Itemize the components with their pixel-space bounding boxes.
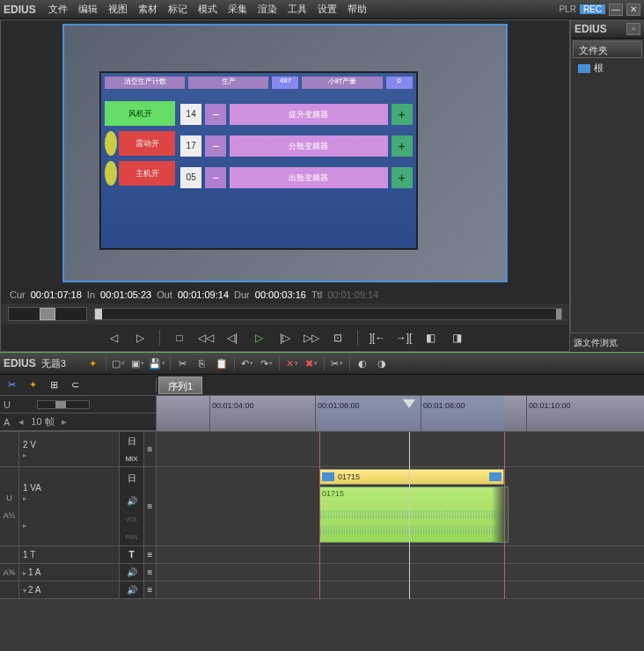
preview-panel: 清空生产计数 生产 487 小时产量 0 风机开 震动开 主机开 14−提升变频… xyxy=(0,19,570,352)
track-lane-va1[interactable]: 01715 01715 xyxy=(157,467,644,546)
track-head-a2[interactable]: ▾2 A 🔊 ≡ xyxy=(0,582,156,599)
menu-render[interactable]: 渲染 xyxy=(252,3,282,16)
overwrite-button[interactable]: ◨ xyxy=(446,329,467,347)
new-button[interactable]: ▢▾ xyxy=(109,355,128,371)
play-button[interactable]: ▷ xyxy=(248,329,269,347)
menu-mode[interactable]: 模式 xyxy=(193,3,223,16)
timeline-ruler[interactable]: 00:01:04:00 00:01:06:00 00:01:08:00 00:0… xyxy=(157,396,644,431)
track-lane-a2[interactable] xyxy=(157,582,644,599)
rewind-button[interactable]: ◁◁ xyxy=(195,329,216,347)
mark-out-button[interactable]: ▷ xyxy=(129,329,150,347)
position-slider[interactable] xyxy=(94,308,562,320)
shuttle-control[interactable] xyxy=(8,307,87,321)
menu-clip[interactable]: 素材 xyxy=(133,3,163,16)
tc-ttl[interactable]: 00:01:09:14 xyxy=(327,289,378,300)
tc-dur[interactable]: 00:00:03:16 xyxy=(255,289,306,300)
menu-view[interactable]: 视图 xyxy=(103,3,133,16)
mix-icon[interactable]: MIX xyxy=(125,455,137,463)
track-lane-t1[interactable] xyxy=(157,546,644,564)
preview-viewport[interactable]: 清空生产计数 生产 487 小时产量 0 风机开 震动开 主机开 14−提升变频… xyxy=(62,24,508,282)
tc-in[interactable]: 00:01:05:23 xyxy=(100,289,151,300)
hmi-button: 风机开 xyxy=(105,101,175,126)
zoom-slider[interactable] xyxy=(37,400,90,409)
lock-icon[interactable]: ≡ xyxy=(143,564,156,581)
tracks-area: 2 V▸ 日MIX ≡ UA½ 1 VA▸▸ 日🔊VOLPAN ≡ 1 T T … xyxy=(0,432,644,599)
menu-file[interactable]: 文件 xyxy=(43,3,73,16)
day-icon[interactable]: 日 xyxy=(128,435,136,448)
playhead-icon[interactable] xyxy=(403,396,415,417)
close-button[interactable]: ✕ xyxy=(626,4,640,16)
lock-icon[interactable]: ≡ xyxy=(143,467,156,545)
delete-button[interactable]: ✕▾ xyxy=(282,355,302,371)
track-lane-a1[interactable] xyxy=(157,564,644,582)
speaker-icon[interactable]: 🔊 xyxy=(127,567,137,577)
insert-button[interactable]: ◧ xyxy=(420,329,441,347)
tc-out[interactable]: 00:01:09:14 xyxy=(178,289,229,300)
side-panel-button[interactable]: ▫ xyxy=(626,23,640,35)
tool-cursor[interactable]: ✦ xyxy=(84,355,103,371)
day-icon[interactable]: 日 xyxy=(128,472,136,485)
toggle2-button[interactable]: ◑ xyxy=(372,355,392,371)
a12-label: A½ xyxy=(4,511,16,520)
rec-label[interactable]: REC xyxy=(580,4,605,14)
track-head-t1[interactable]: 1 T T ≡ xyxy=(0,546,156,564)
project-title: 无题3 xyxy=(41,357,66,370)
speaker-icon[interactable]: 🔊 xyxy=(127,585,137,595)
redo-button[interactable]: ↷▾ xyxy=(257,355,276,371)
next-frame-button[interactable]: |▷ xyxy=(274,329,296,347)
menu-tools[interactable]: 工具 xyxy=(282,3,312,16)
track-head-a1[interactable]: A¾ ▸1 A 🔊 ≡ xyxy=(0,564,156,582)
menu-marker[interactable]: 标记 xyxy=(163,3,193,16)
undo-button[interactable]: ↶▾ xyxy=(238,355,257,371)
root-folder[interactable]: 根 xyxy=(573,60,642,77)
tc-cur[interactable]: 00:01:07:18 xyxy=(31,289,82,300)
menu-edit[interactable]: 编辑 xyxy=(73,3,103,16)
cut-button[interactable]: ✂ xyxy=(173,355,193,371)
loop-button[interactable]: ⊡ xyxy=(327,329,348,347)
side-logo: EDIUS xyxy=(574,23,607,35)
video-clip[interactable]: 01715 xyxy=(319,469,504,485)
lock-icon[interactable]: ≡ xyxy=(143,546,156,563)
folder-tab[interactable]: 文件夹 xyxy=(573,40,642,58)
menu-help[interactable]: 帮助 xyxy=(342,3,372,16)
minimize-button[interactable]: — xyxy=(609,4,623,16)
save-button[interactable]: 💾▾ xyxy=(148,355,167,371)
pan-label[interactable]: PAN xyxy=(126,534,138,540)
hmi-box: 生产 xyxy=(188,77,268,89)
track-lane-v2[interactable] xyxy=(157,432,644,467)
toggle-button[interactable]: ◐ xyxy=(353,355,372,371)
speaker-icon[interactable]: 🔊 xyxy=(127,496,137,506)
app-logo: EDIUS xyxy=(4,4,36,16)
track-head-va1[interactable]: UA½ 1 VA▸▸ 日🔊VOLPAN ≡ xyxy=(0,467,156,546)
menu-capture[interactable]: 采集 xyxy=(223,3,252,16)
lock-icon[interactable]: ≡ xyxy=(143,582,156,598)
copy-button[interactable]: ⎘ xyxy=(193,355,212,371)
plr-label[interactable]: PLR xyxy=(559,4,575,14)
audio-clip[interactable]: 01715 xyxy=(319,486,509,543)
open-button[interactable]: ▣▾ xyxy=(128,355,148,371)
tool-icon-1[interactable]: ✂ xyxy=(4,378,19,392)
tool-icon-4[interactable]: ⊂ xyxy=(67,378,83,392)
paste-button[interactable]: 📋 xyxy=(212,355,231,371)
next-edit-button[interactable]: →][ xyxy=(393,329,414,347)
add-cut-button[interactable]: ✂▾ xyxy=(327,355,347,371)
tool-icon-2[interactable]: ✦ xyxy=(25,378,40,392)
frame-unit[interactable]: 10 帧 xyxy=(31,415,54,428)
hmi-box: 小时产量 xyxy=(302,77,382,89)
ripple-delete-button[interactable]: ✖▾ xyxy=(302,355,321,371)
prev-frame-button[interactable]: ◁| xyxy=(222,329,243,347)
track-head-v2[interactable]: 2 V▸ 日MIX ≡ xyxy=(0,432,156,467)
lock-icon[interactable]: ≡ xyxy=(143,432,156,466)
prev-edit-button[interactable]: ][← xyxy=(367,329,388,347)
mark-in-button[interactable]: ◁ xyxy=(103,329,124,347)
t-icon[interactable]: T xyxy=(128,550,134,560)
clip-icon xyxy=(322,472,334,481)
source-browse-tab[interactable]: 源文件浏览 xyxy=(570,333,644,352)
sequence-tab[interactable]: 序列1 xyxy=(158,377,202,394)
tool-icon-3[interactable]: ⊞ xyxy=(46,378,62,392)
fast-forward-button[interactable]: ▷▷ xyxy=(301,329,322,347)
vol-label[interactable]: VOL xyxy=(125,516,137,523)
menu-settings[interactable]: 设置 xyxy=(312,3,342,16)
stop-button[interactable]: □ xyxy=(169,329,190,347)
main-menubar: EDIUS 文件 编辑 视图 素材 标记 模式 采集 渲染 工具 设置 帮助 P… xyxy=(0,0,644,19)
